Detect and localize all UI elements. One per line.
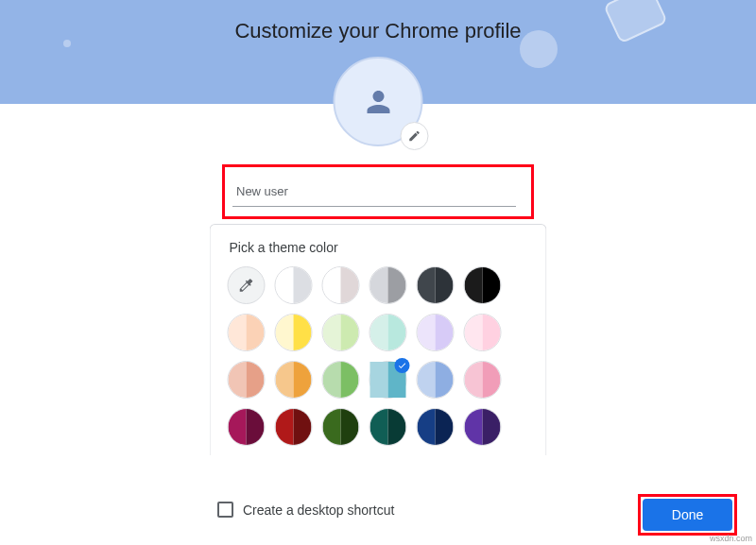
theme-swatch[interactable] xyxy=(322,266,360,304)
theme-swatch[interactable] xyxy=(275,266,313,304)
eyedropper-icon xyxy=(238,277,255,294)
theme-swatch[interactable] xyxy=(275,408,313,446)
theme-swatch[interactable] xyxy=(464,314,502,351)
footer-bar: Create a desktop shortcut Done xyxy=(0,477,756,545)
theme-swatch-grid xyxy=(224,266,533,446)
theme-swatch[interactable] xyxy=(322,408,360,446)
header-banner: Customize your Chrome profile xyxy=(0,0,756,104)
checkmark-icon xyxy=(395,358,410,373)
theme-swatch[interactable] xyxy=(228,408,266,446)
decoration-dot xyxy=(63,40,71,47)
theme-swatch[interactable] xyxy=(464,408,502,446)
theme-swatch[interactable] xyxy=(322,314,360,351)
watermark: wsxdn.com xyxy=(710,534,752,543)
theme-swatch[interactable] xyxy=(417,266,455,304)
theme-swatch[interactable] xyxy=(369,408,407,446)
theme-swatch[interactable] xyxy=(417,361,455,399)
theme-swatch[interactable] xyxy=(322,361,360,399)
done-button-highlight: Done xyxy=(638,494,737,536)
theme-swatch[interactable] xyxy=(275,314,313,351)
theme-swatch[interactable] xyxy=(369,314,407,351)
person-icon xyxy=(361,85,395,119)
theme-color-card: Pick a theme color xyxy=(210,224,547,455)
theme-swatch[interactable] xyxy=(464,361,502,399)
desktop-shortcut-row[interactable]: Create a desktop shortcut xyxy=(217,502,394,518)
pencil-icon xyxy=(408,129,421,143)
decoration-blob xyxy=(520,30,558,68)
theme-swatch[interactable] xyxy=(228,314,266,351)
profile-name-highlight xyxy=(222,164,534,219)
theme-swatch[interactable] xyxy=(369,266,407,304)
theme-swatch[interactable] xyxy=(275,361,313,399)
avatar-container xyxy=(334,57,423,146)
theme-swatch[interactable] xyxy=(464,266,502,304)
profile-name-input[interactable] xyxy=(232,177,516,207)
desktop-shortcut-checkbox[interactable] xyxy=(217,502,233,518)
desktop-shortcut-label: Create a desktop shortcut xyxy=(243,502,394,518)
theme-swatch[interactable] xyxy=(369,361,407,399)
theme-swatch[interactable] xyxy=(417,314,455,351)
theme-swatch[interactable] xyxy=(417,408,455,446)
edit-avatar-button[interactable] xyxy=(401,122,429,150)
done-button[interactable]: Done xyxy=(643,499,732,531)
color-picker-swatch[interactable] xyxy=(228,266,266,304)
theme-section-title: Pick a theme color xyxy=(230,240,533,255)
theme-swatch[interactable] xyxy=(228,361,266,399)
